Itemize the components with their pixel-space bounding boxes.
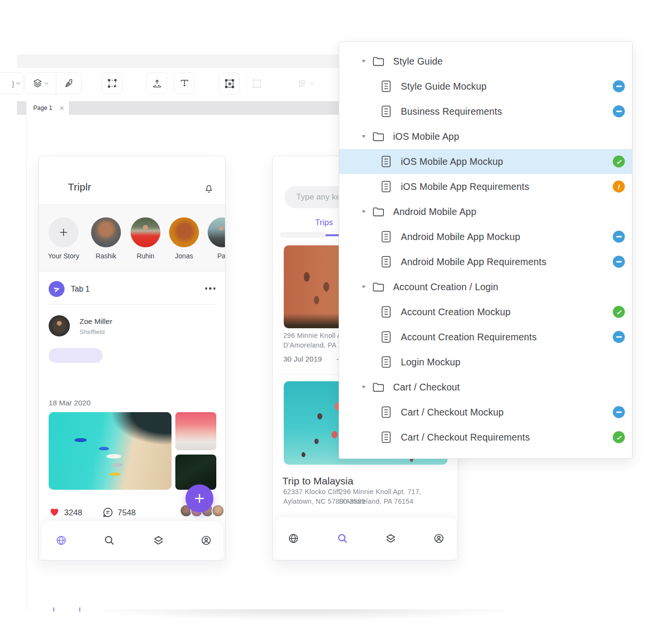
chevron-down-icon — [16, 82, 21, 85]
status-icon[interactable] — [613, 256, 625, 268]
vector-edit-tool-button[interactable] — [101, 72, 123, 94]
bracket-tool-button[interactable]: ] — [0, 72, 24, 94]
trip-address-right: 296 Minnie Knoll Apt. 717, — [339, 488, 421, 496]
pen-icon — [64, 78, 74, 89]
tree-row[interactable]: Android Mobile App Mockup — [339, 224, 632, 249]
story-item[interactable]: Your Story — [42, 217, 85, 260]
globe-nav-icon[interactable] — [55, 535, 67, 546]
status-icon[interactable] — [613, 406, 625, 418]
comment-icon[interactable] — [102, 506, 114, 519]
add-post-fab[interactable] — [185, 484, 213, 512]
status-icon[interactable]: ✓ — [613, 431, 625, 443]
tree-row[interactable]: Account Creation Mockup ✓ — [339, 299, 632, 324]
globe-nav-icon[interactable] — [288, 533, 299, 544]
distribute-tool-button[interactable] — [294, 72, 317, 94]
tree-row[interactable]: Business Requirements — [339, 99, 632, 124]
search-nav-icon[interactable] — [104, 535, 115, 546]
comment-count: 7548 — [118, 508, 136, 518]
caret-down-icon[interactable] — [361, 59, 366, 63]
status-icon[interactable] — [613, 231, 625, 243]
caret-down-icon[interactable] — [361, 385, 366, 389]
tree-item-label: Android Mobile App Requirements — [401, 256, 546, 268]
tree-row[interactable]: Account Creation Requirements — [339, 324, 632, 349]
caret-down-icon[interactable] — [361, 210, 366, 214]
like-heart-icon[interactable] — [49, 507, 60, 517]
caret-down-icon[interactable] — [361, 285, 366, 289]
document-icon — [381, 331, 392, 344]
notification-bell-icon[interactable] — [203, 182, 214, 194]
story-item[interactable]: Jonas — [163, 217, 205, 260]
document-icon — [381, 431, 392, 444]
story-item[interactable]: Rashik — [85, 217, 127, 260]
page-tab[interactable]: Page 1 — [26, 101, 69, 115]
story-item[interactable]: Ruhin — [124, 217, 167, 260]
profile-nav-icon[interactable] — [433, 533, 445, 544]
mockup-triplr-feed[interactable]: Triplr Your Story Rashik Ruhin Jonas — [39, 156, 225, 561]
document-icon — [381, 155, 392, 168]
export-icon — [151, 78, 163, 89]
vector-edit-icon — [106, 78, 118, 89]
top-header-band — [17, 54, 342, 68]
status-icon[interactable] — [613, 106, 625, 118]
trip-title: Trip to Malaysia — [282, 475, 353, 487]
search-nav-icon[interactable] — [337, 533, 348, 544]
tree-row[interactable]: Cart / Checkout Mockup — [339, 400, 632, 425]
document-icon — [381, 180, 392, 193]
story-label: Jonas — [163, 252, 205, 260]
participant-avatar — [211, 504, 224, 517]
more-options-icon[interactable] — [205, 287, 216, 290]
document-icon — [381, 105, 392, 118]
story-label: Rashik — [85, 252, 127, 260]
folder-icon — [372, 131, 385, 142]
text-down-icon — [179, 78, 190, 89]
layers-nav-icon[interactable] — [153, 535, 164, 546]
status-icon[interactable]: ! — [613, 181, 625, 193]
profile-nav-icon[interactable] — [200, 535, 212, 546]
sunset-plane-photo — [175, 412, 216, 450]
tree-item-label: Account Creation / Login — [393, 282, 498, 293]
tree-row[interactable]: iOS Mobile App — [339, 124, 632, 149]
tree-row[interactable]: Android Mobile App Requirements — [339, 249, 632, 274]
canvas-left-edge — [26, 115, 27, 610]
pen-tool-button[interactable] — [56, 73, 82, 94]
status-icon[interactable]: ✓ — [613, 306, 625, 318]
tree-item-label: Business Requirements — [401, 106, 502, 117]
status-icon[interactable] — [613, 331, 625, 343]
tree-row[interactable]: Cart / Checkout — [339, 375, 632, 400]
tree-row[interactable]: Account Creation / Login — [339, 274, 632, 299]
trip-address-right: D'Amoreland, PA 76154 — [339, 497, 413, 505]
status-icon[interactable]: ✓ — [613, 156, 625, 168]
canvas-bottom-shadow — [34, 609, 573, 625]
text-tool-button[interactable] — [174, 72, 195, 94]
frame-alt-tool-button[interactable] — [247, 72, 267, 94]
layers-nav-icon[interactable] — [385, 533, 396, 544]
caret-down-icon[interactable] — [361, 134, 366, 138]
status-icon[interactable] — [613, 80, 625, 93]
feed-tab-label[interactable]: Tab 1 — [71, 285, 90, 294]
layers-tool-button[interactable] — [26, 73, 56, 94]
tree-row[interactable]: iOS Mobile App Requirements ! — [339, 174, 632, 199]
tree-item-label: Style Guide — [393, 56, 443, 67]
story-item[interactable]: Par — [201, 217, 225, 260]
post-date: 18 Mar 2020 — [49, 399, 91, 407]
post-author-avatar[interactable] — [49, 315, 70, 336]
tree-row[interactable]: Android Mobile App — [339, 199, 632, 224]
document-tree-panel: Style Guide Style Guide Mockup Business … — [339, 41, 633, 459]
tree-row[interactable]: Style Guide Mockup — [339, 74, 632, 99]
frame-tool-button[interactable] — [219, 72, 240, 94]
document-icon — [381, 80, 392, 93]
text-placeholder-pill — [49, 348, 103, 363]
close-icon[interactable] — [60, 106, 64, 110]
chevron-down-icon — [44, 82, 49, 85]
tree-row[interactable]: Login Mockup — [339, 349, 632, 375]
tree-row[interactable]: Style Guide — [339, 49, 632, 74]
export-tool-button[interactable] — [146, 72, 167, 94]
divider — [49, 304, 215, 305]
folder-icon — [372, 55, 385, 67]
folder-icon — [372, 281, 385, 293]
tree-row[interactable]: Cart / Checkout Requirements ✓ — [339, 425, 632, 450]
feed-tab-icon[interactable] — [49, 281, 65, 297]
tree-row[interactable]: iOS Mobile App Mockup ✓ — [339, 149, 632, 174]
tree-item-label: Android Mobile App Mockup — [401, 231, 520, 242]
tab-trips[interactable]: Trips — [315, 218, 333, 228]
